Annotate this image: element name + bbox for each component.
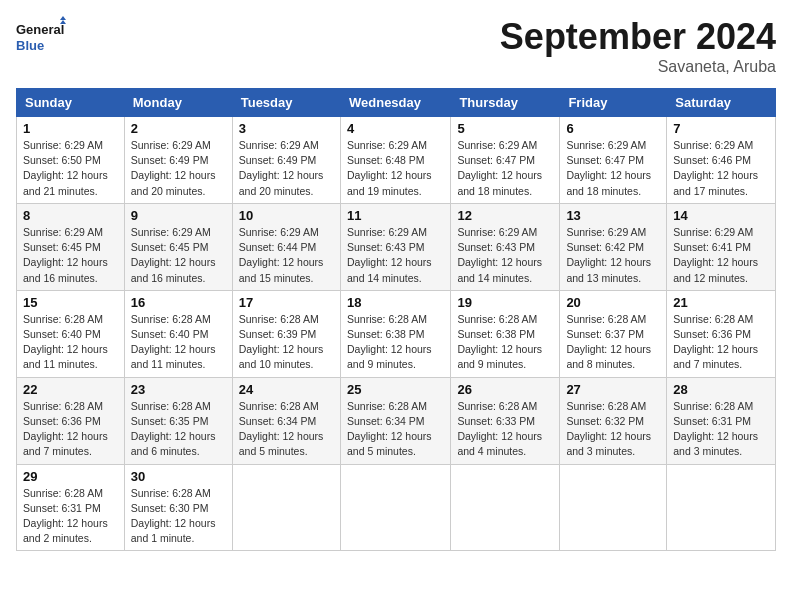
day-info: Sunrise: 6:29 AM Sunset: 6:49 PM Dayligh… <box>239 138 334 199</box>
day-info: Sunrise: 6:28 AM Sunset: 6:32 PM Dayligh… <box>566 399 660 460</box>
calendar-cell: 19Sunrise: 6:28 AM Sunset: 6:38 PM Dayli… <box>451 290 560 377</box>
calendar-week-row: 1Sunrise: 6:29 AM Sunset: 6:50 PM Daylig… <box>17 117 776 204</box>
weekday-header: Tuesday <box>232 89 340 117</box>
day-number: 11 <box>347 208 444 223</box>
weekday-header: Thursday <box>451 89 560 117</box>
day-info: Sunrise: 6:29 AM Sunset: 6:42 PM Dayligh… <box>566 225 660 286</box>
calendar-week-row: 15Sunrise: 6:28 AM Sunset: 6:40 PM Dayli… <box>17 290 776 377</box>
day-number: 16 <box>131 295 226 310</box>
day-info: Sunrise: 6:28 AM Sunset: 6:35 PM Dayligh… <box>131 399 226 460</box>
location: Savaneta, Aruba <box>500 58 776 76</box>
day-number: 14 <box>673 208 769 223</box>
calendar-cell: 16Sunrise: 6:28 AM Sunset: 6:40 PM Dayli… <box>124 290 232 377</box>
page-header: General Blue September 2024 Savaneta, Ar… <box>16 16 776 76</box>
calendar-cell: 25Sunrise: 6:28 AM Sunset: 6:34 PM Dayli… <box>340 377 450 464</box>
day-info: Sunrise: 6:29 AM Sunset: 6:50 PM Dayligh… <box>23 138 118 199</box>
calendar-cell: 26Sunrise: 6:28 AM Sunset: 6:33 PM Dayli… <box>451 377 560 464</box>
calendar-cell: 28Sunrise: 6:28 AM Sunset: 6:31 PM Dayli… <box>667 377 776 464</box>
day-number: 30 <box>131 469 226 484</box>
calendar-cell: 2Sunrise: 6:29 AM Sunset: 6:49 PM Daylig… <box>124 117 232 204</box>
day-number: 13 <box>566 208 660 223</box>
calendar-week-row: 29Sunrise: 6:28 AM Sunset: 6:31 PM Dayli… <box>17 464 776 551</box>
calendar-cell: 8Sunrise: 6:29 AM Sunset: 6:45 PM Daylig… <box>17 203 125 290</box>
day-info: Sunrise: 6:28 AM Sunset: 6:31 PM Dayligh… <box>23 486 118 547</box>
calendar-week-row: 22Sunrise: 6:28 AM Sunset: 6:36 PM Dayli… <box>17 377 776 464</box>
day-info: Sunrise: 6:29 AM Sunset: 6:46 PM Dayligh… <box>673 138 769 199</box>
day-info: Sunrise: 6:28 AM Sunset: 6:34 PM Dayligh… <box>239 399 334 460</box>
calendar-cell <box>451 464 560 551</box>
calendar-cell: 30Sunrise: 6:28 AM Sunset: 6:30 PM Dayli… <box>124 464 232 551</box>
day-number: 7 <box>673 121 769 136</box>
calendar-cell <box>560 464 667 551</box>
day-number: 29 <box>23 469 118 484</box>
calendar-cell: 23Sunrise: 6:28 AM Sunset: 6:35 PM Dayli… <box>124 377 232 464</box>
day-info: Sunrise: 6:28 AM Sunset: 6:38 PM Dayligh… <box>457 312 553 373</box>
calendar-cell: 14Sunrise: 6:29 AM Sunset: 6:41 PM Dayli… <box>667 203 776 290</box>
calendar-cell: 22Sunrise: 6:28 AM Sunset: 6:36 PM Dayli… <box>17 377 125 464</box>
day-info: Sunrise: 6:29 AM Sunset: 6:45 PM Dayligh… <box>131 225 226 286</box>
day-info: Sunrise: 6:28 AM Sunset: 6:38 PM Dayligh… <box>347 312 444 373</box>
day-info: Sunrise: 6:28 AM Sunset: 6:40 PM Dayligh… <box>131 312 226 373</box>
day-number: 18 <box>347 295 444 310</box>
day-number: 10 <box>239 208 334 223</box>
day-number: 27 <box>566 382 660 397</box>
calendar-cell: 1Sunrise: 6:29 AM Sunset: 6:50 PM Daylig… <box>17 117 125 204</box>
day-number: 21 <box>673 295 769 310</box>
day-number: 9 <box>131 208 226 223</box>
day-number: 25 <box>347 382 444 397</box>
calendar-cell: 5Sunrise: 6:29 AM Sunset: 6:47 PM Daylig… <box>451 117 560 204</box>
day-info: Sunrise: 6:28 AM Sunset: 6:36 PM Dayligh… <box>23 399 118 460</box>
calendar-cell <box>340 464 450 551</box>
day-number: 6 <box>566 121 660 136</box>
svg-text:General: General <box>16 22 64 37</box>
day-number: 12 <box>457 208 553 223</box>
calendar-cell: 15Sunrise: 6:28 AM Sunset: 6:40 PM Dayli… <box>17 290 125 377</box>
day-number: 23 <box>131 382 226 397</box>
calendar-cell: 4Sunrise: 6:29 AM Sunset: 6:48 PM Daylig… <box>340 117 450 204</box>
day-number: 1 <box>23 121 118 136</box>
day-info: Sunrise: 6:29 AM Sunset: 6:49 PM Dayligh… <box>131 138 226 199</box>
month-title: September 2024 <box>500 16 776 58</box>
logo: General Blue <box>16 16 66 61</box>
day-info: Sunrise: 6:29 AM Sunset: 6:47 PM Dayligh… <box>457 138 553 199</box>
calendar-cell: 11Sunrise: 6:29 AM Sunset: 6:43 PM Dayli… <box>340 203 450 290</box>
day-info: Sunrise: 6:29 AM Sunset: 6:43 PM Dayligh… <box>347 225 444 286</box>
day-number: 17 <box>239 295 334 310</box>
day-info: Sunrise: 6:29 AM Sunset: 6:44 PM Dayligh… <box>239 225 334 286</box>
day-number: 8 <box>23 208 118 223</box>
day-info: Sunrise: 6:29 AM Sunset: 6:41 PM Dayligh… <box>673 225 769 286</box>
weekday-header: Wednesday <box>340 89 450 117</box>
day-info: Sunrise: 6:28 AM Sunset: 6:37 PM Dayligh… <box>566 312 660 373</box>
calendar-cell: 13Sunrise: 6:29 AM Sunset: 6:42 PM Dayli… <box>560 203 667 290</box>
day-info: Sunrise: 6:28 AM Sunset: 6:33 PM Dayligh… <box>457 399 553 460</box>
calendar-cell: 3Sunrise: 6:29 AM Sunset: 6:49 PM Daylig… <box>232 117 340 204</box>
day-info: Sunrise: 6:29 AM Sunset: 6:48 PM Dayligh… <box>347 138 444 199</box>
calendar-cell: 24Sunrise: 6:28 AM Sunset: 6:34 PM Dayli… <box>232 377 340 464</box>
calendar-table: SundayMondayTuesdayWednesdayThursdayFrid… <box>16 88 776 551</box>
day-info: Sunrise: 6:28 AM Sunset: 6:31 PM Dayligh… <box>673 399 769 460</box>
logo-svg: General Blue <box>16 16 66 61</box>
day-number: 4 <box>347 121 444 136</box>
day-info: Sunrise: 6:29 AM Sunset: 6:45 PM Dayligh… <box>23 225 118 286</box>
svg-marker-2 <box>60 16 66 20</box>
weekday-header-row: SundayMondayTuesdayWednesdayThursdayFrid… <box>17 89 776 117</box>
day-info: Sunrise: 6:28 AM Sunset: 6:36 PM Dayligh… <box>673 312 769 373</box>
weekday-header: Friday <box>560 89 667 117</box>
calendar-cell <box>667 464 776 551</box>
day-number: 19 <box>457 295 553 310</box>
day-number: 28 <box>673 382 769 397</box>
calendar-cell: 12Sunrise: 6:29 AM Sunset: 6:43 PM Dayli… <box>451 203 560 290</box>
weekday-header: Monday <box>124 89 232 117</box>
calendar-cell <box>232 464 340 551</box>
day-info: Sunrise: 6:28 AM Sunset: 6:30 PM Dayligh… <box>131 486 226 547</box>
calendar-cell: 10Sunrise: 6:29 AM Sunset: 6:44 PM Dayli… <box>232 203 340 290</box>
calendar-cell: 27Sunrise: 6:28 AM Sunset: 6:32 PM Dayli… <box>560 377 667 464</box>
calendar-cell: 9Sunrise: 6:29 AM Sunset: 6:45 PM Daylig… <box>124 203 232 290</box>
day-number: 26 <box>457 382 553 397</box>
calendar-cell: 29Sunrise: 6:28 AM Sunset: 6:31 PM Dayli… <box>17 464 125 551</box>
day-info: Sunrise: 6:28 AM Sunset: 6:40 PM Dayligh… <box>23 312 118 373</box>
calendar-cell: 21Sunrise: 6:28 AM Sunset: 6:36 PM Dayli… <box>667 290 776 377</box>
calendar-week-row: 8Sunrise: 6:29 AM Sunset: 6:45 PM Daylig… <box>17 203 776 290</box>
day-number: 5 <box>457 121 553 136</box>
day-number: 20 <box>566 295 660 310</box>
